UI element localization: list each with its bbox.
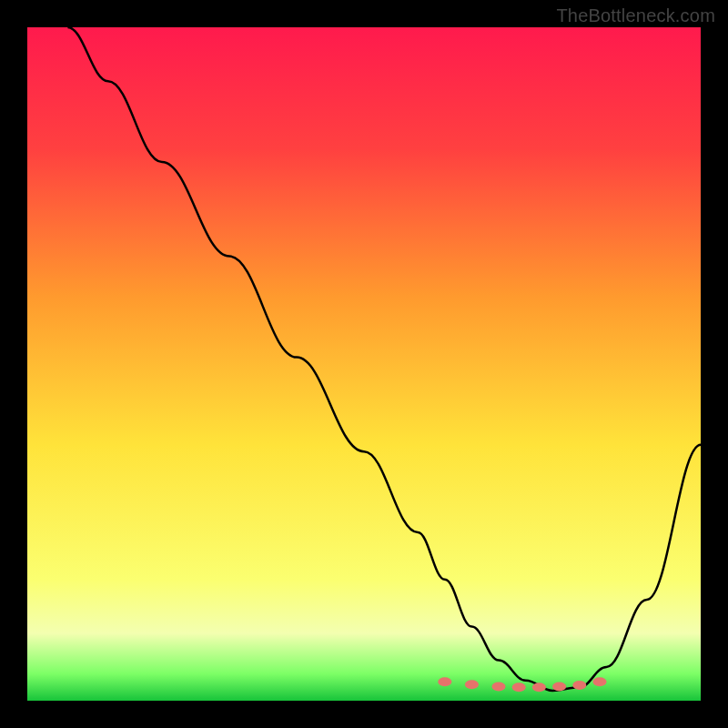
minimum-marker <box>438 677 451 686</box>
minimum-marker <box>532 682 546 692</box>
bottleneck-curve <box>67 27 701 691</box>
minimum-marker <box>492 682 506 691</box>
minimum-marker <box>593 677 607 686</box>
curve-layer <box>27 27 701 701</box>
chart-frame: TheBottleneck.com <box>0 0 728 728</box>
minimum-marker <box>552 682 566 691</box>
minimum-marker <box>572 681 586 690</box>
plot-area <box>27 27 701 701</box>
minimum-marker <box>465 680 479 689</box>
attribution-text: TheBottleneck.com <box>556 5 715 26</box>
minimum-marker <box>512 682 526 692</box>
